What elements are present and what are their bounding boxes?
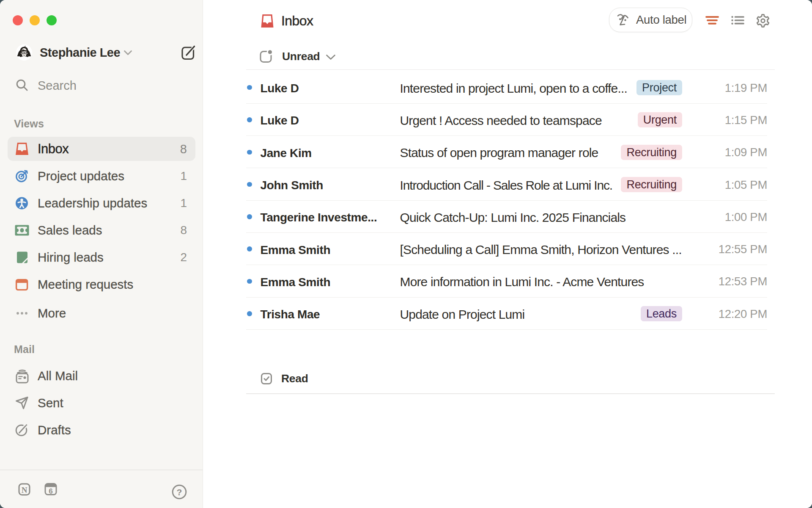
svg-text:6: 6 <box>49 487 52 495</box>
svg-text:?: ? <box>177 487 182 497</box>
svg-text:N: N <box>22 486 27 494</box>
